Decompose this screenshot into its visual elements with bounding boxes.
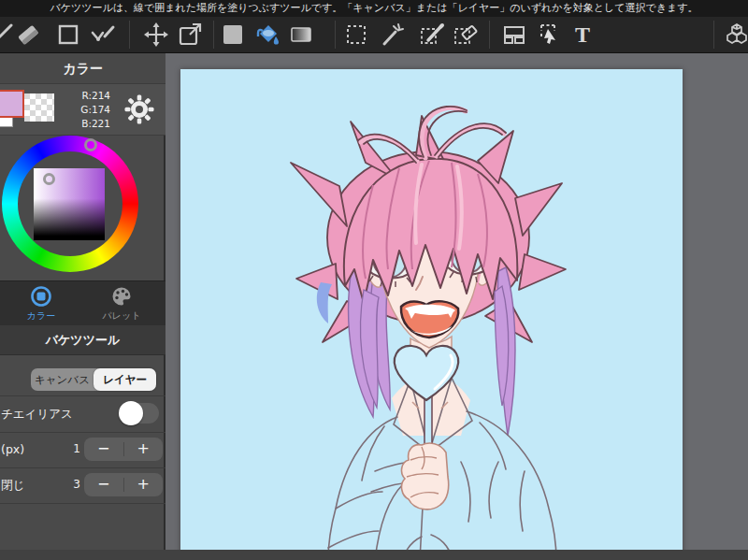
rgb-b: B:221 [71,117,110,131]
color-tab-icon [30,285,52,308]
select-eraser-icon[interactable] [453,22,479,48]
pen-tool-icon[interactable] [0,22,15,48]
text-tool-label: T [575,22,590,48]
materials-cubes-icon[interactable] [724,22,748,48]
left-panel: カラー R:214 G:174 B:221 [0,53,165,560]
swatch-row: R:214 G:174 B:221 [0,84,165,136]
rgb-g: G:174 [71,103,110,117]
hue-picker-handle[interactable] [84,138,97,151]
foreground-color-swatch[interactable] [0,90,24,118]
expand-plus-button[interactable]: + [124,438,164,461]
color-palette-tabbar: カラー パレット [0,280,165,325]
close-gap-plus-button[interactable]: + [124,473,164,496]
eraser-tool-icon[interactable] [15,22,41,48]
bucket-tool-icon[interactable] [254,22,280,48]
tab-palette[interactable]: パレット [84,285,159,323]
close-gap-stepper: − + [84,473,163,496]
expand-value: 1 [58,442,80,455]
close-gap-label: 閉じ [1,478,24,494]
close-gap-value: 3 [58,478,80,491]
tab-color-label: カラー [4,309,79,323]
toolbar-divider [213,21,214,49]
color-panel-title: カラー [0,53,165,84]
row-divider [0,395,165,396]
palette-icon [110,285,133,308]
magic-wand-icon[interactable] [380,22,406,48]
row-divider [0,467,165,468]
bucket-panel-title: バケツツール [0,325,165,355]
tab-palette-label: パレット [84,309,159,323]
expand-label: (px) [1,442,24,456]
main-toolbar: T [0,17,748,53]
drawing-canvas[interactable] [180,69,683,560]
rectangle-tool-icon[interactable] [55,22,81,48]
marquee-select-icon[interactable] [343,22,369,48]
info-message-bar: バケツツールは、線で囲まれた場所を塗りつぶすツールです。「キャンバス」または「レ… [0,0,748,17]
text-tool-icon[interactable]: T [569,22,596,48]
expand-stepper: − + [84,438,163,461]
segment-canvas[interactable]: キャンバス [31,368,94,391]
tab-color[interactable]: カラー [4,285,79,323]
gear-icon[interactable] [123,93,155,125]
row-divider [0,432,165,433]
close-gap-minus-button[interactable]: − [84,473,123,496]
fill-solid-icon[interactable] [220,22,246,48]
move-tool-icon[interactable] [143,22,169,48]
transparent-color-swatch[interactable] [24,93,54,122]
sv-picker-handle[interactable] [43,173,55,185]
rgb-r: R:214 [71,89,110,103]
toolbar-divider [713,21,714,49]
antialias-toggle-knob[interactable] [119,401,143,425]
toolbar-divider [489,21,490,49]
rgb-readout: R:214 G:174 B:221 [71,89,110,131]
panels-layout-icon[interactable] [501,22,527,48]
segment-layer[interactable]: レイヤー [94,368,156,391]
bottom-bar [0,550,748,560]
artwork-anime-portrait [180,69,683,560]
gradient-tool-icon[interactable] [288,22,314,48]
antialias-label: チエイリアス [1,407,73,423]
row-divider [0,503,165,504]
target-segmented-control: キャンバス レイヤー [31,368,156,391]
expand-minus-button[interactable]: − [84,438,123,461]
toolbar-divider [335,21,336,49]
info-message: バケツツールは、線で囲まれた場所を塗りつぶすツールです。「キャンバス」または「レ… [50,2,698,14]
transform-tool-icon[interactable] [177,22,203,48]
select-pen-icon[interactable] [419,22,445,48]
polyline-tool-icon[interactable] [90,22,116,48]
select-cursor-icon[interactable] [536,22,562,48]
toolbar-divider [129,21,130,49]
